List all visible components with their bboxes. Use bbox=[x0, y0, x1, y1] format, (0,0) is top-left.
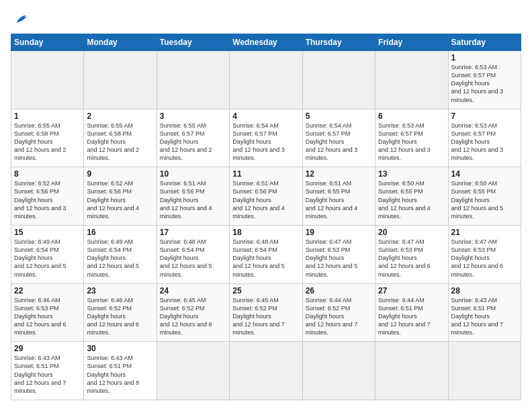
calendar-cell: 26 Sunrise: 6:44 AMSunset: 6:52 PMDaylig… bbox=[302, 283, 375, 342]
calendar-cell: 3 Sunrise: 6:55 AMSunset: 6:57 PMDayligh… bbox=[157, 109, 229, 167]
day-number: 15 bbox=[14, 228, 81, 237]
calendar-cell: 21 Sunrise: 6:47 AMSunset: 6:53 PMDaylig… bbox=[448, 225, 521, 283]
calendar-header-monday: Monday bbox=[84, 34, 157, 51]
day-number: 24 bbox=[160, 286, 226, 295]
day-number: 1 bbox=[14, 111, 81, 121]
day-detail: Sunrise: 6:53 AMSunset: 6:57 PMDaylight … bbox=[378, 122, 431, 162]
day-detail: Sunrise: 6:54 AMSunset: 6:57 PMDaylight … bbox=[232, 122, 285, 162]
calendar-cell: 6 Sunrise: 6:53 AMSunset: 6:57 PMDayligh… bbox=[375, 109, 448, 167]
calendar-cell bbox=[11, 51, 84, 109]
day-detail: Sunrise: 6:51 AMSunset: 6:55 PMDaylight … bbox=[306, 180, 358, 220]
calendar-header-sunday: Sunday bbox=[11, 34, 84, 51]
day-number: 28 bbox=[451, 286, 518, 295]
calendar-cell: 20 Sunrise: 6:47 AMSunset: 6:53 PMDaylig… bbox=[375, 225, 448, 283]
calendar-header-row: SundayMondayTuesdayWednesdayThursdayFrid… bbox=[11, 34, 521, 51]
day-detail: Sunrise: 6:47 AMSunset: 6:53 PMDaylight … bbox=[378, 238, 431, 278]
calendar-cell: 9 Sunrise: 6:52 AMSunset: 6:56 PMDayligh… bbox=[84, 167, 157, 226]
calendar-cell: 17 Sunrise: 6:48 AMSunset: 6:54 PMDaylig… bbox=[157, 225, 229, 283]
calendar-cell: 30 Sunrise: 6:43 AMSunset: 6:51 PMDaylig… bbox=[84, 342, 157, 400]
calendar-cell: 23 Sunrise: 6:46 AMSunset: 6:52 PMDaylig… bbox=[84, 283, 157, 342]
day-detail: Sunrise: 6:45 AMSunset: 6:52 PMDaylight … bbox=[232, 297, 285, 336]
calendar-cell: 2 Sunrise: 6:55 AMSunset: 6:58 PMDayligh… bbox=[84, 109, 157, 167]
day-number: 8 bbox=[14, 169, 81, 179]
day-detail: Sunrise: 6:43 AMSunset: 6:51 PMDaylight … bbox=[87, 355, 139, 394]
calendar-cell: 7 Sunrise: 6:53 AMSunset: 6:57 PMDayligh… bbox=[448, 109, 521, 167]
calendar-header-thursday: Thursday bbox=[302, 34, 375, 51]
calendar-week-row: 22 Sunrise: 6:46 AMSunset: 6:53 PMDaylig… bbox=[11, 283, 521, 342]
calendar-week-row: 29 Sunrise: 6:43 AMSunset: 6:51 PMDaylig… bbox=[11, 342, 521, 400]
day-detail: Sunrise: 6:54 AMSunset: 6:57 PMDaylight … bbox=[306, 122, 358, 162]
day-number: 13 bbox=[378, 169, 445, 179]
day-number: 4 bbox=[232, 111, 299, 121]
day-number: 9 bbox=[87, 169, 153, 179]
calendar-cell bbox=[302, 51, 375, 109]
day-number: 17 bbox=[160, 228, 226, 237]
calendar-cell: 29 Sunrise: 6:43 AMSunset: 6:51 PMDaylig… bbox=[11, 342, 84, 400]
calendar-cell: 19 Sunrise: 6:47 AMSunset: 6:53 PMDaylig… bbox=[302, 225, 375, 283]
calendar-cell bbox=[302, 342, 375, 400]
calendar-cell bbox=[448, 342, 521, 400]
calendar-cell: 1 Sunrise: 6:53 AMSunset: 6:57 PMDayligh… bbox=[448, 51, 521, 109]
calendar-cell: 10 Sunrise: 6:51 AMSunset: 6:56 PMDaylig… bbox=[157, 167, 229, 226]
day-detail: Sunrise: 6:47 AMSunset: 6:53 PMDaylight … bbox=[306, 238, 358, 278]
calendar-cell bbox=[375, 342, 448, 400]
calendar-cell: 4 Sunrise: 6:54 AMSunset: 6:57 PMDayligh… bbox=[230, 109, 302, 167]
calendar-cell: 11 Sunrise: 6:51 AMSunset: 6:56 PMDaylig… bbox=[230, 167, 302, 226]
day-number: 18 bbox=[232, 228, 299, 237]
day-detail: Sunrise: 6:53 AMSunset: 6:57 PMDaylight … bbox=[451, 64, 504, 103]
day-number: 11 bbox=[232, 169, 299, 179]
calendar-cell bbox=[230, 51, 302, 109]
calendar-cell bbox=[230, 342, 302, 400]
day-detail: Sunrise: 6:50 AMSunset: 6:55 PMDaylight … bbox=[378, 180, 431, 220]
day-detail: Sunrise: 6:45 AMSunset: 6:52 PMDaylight … bbox=[160, 297, 212, 336]
day-number: 22 bbox=[14, 286, 81, 295]
calendar-cell: 28 Sunrise: 6:43 AMSunset: 6:51 PMDaylig… bbox=[448, 283, 521, 342]
calendar-cell: 25 Sunrise: 6:45 AMSunset: 6:52 PMDaylig… bbox=[230, 283, 302, 342]
day-number: 14 bbox=[451, 169, 518, 179]
day-detail: Sunrise: 6:52 AMSunset: 6:56 PMDaylight … bbox=[87, 180, 139, 220]
calendar-week-row: 1 Sunrise: 6:53 AMSunset: 6:57 PMDayligh… bbox=[11, 51, 521, 109]
calendar-week-row: 8 Sunrise: 6:52 AMSunset: 6:56 PMDayligh… bbox=[11, 167, 521, 226]
page-header bbox=[11, 11, 521, 27]
logo bbox=[11, 11, 28, 27]
calendar-cell bbox=[157, 51, 229, 109]
day-number: 27 bbox=[378, 286, 445, 295]
day-number: 29 bbox=[14, 344, 81, 353]
day-detail: Sunrise: 6:43 AMSunset: 6:51 PMDaylight … bbox=[14, 355, 66, 394]
day-number: 10 bbox=[160, 169, 226, 179]
calendar-cell: 27 Sunrise: 6:44 AMSunset: 6:51 PMDaylig… bbox=[375, 283, 448, 342]
day-number: 7 bbox=[451, 111, 518, 121]
day-detail: Sunrise: 6:48 AMSunset: 6:54 PMDaylight … bbox=[232, 238, 285, 278]
calendar-cell: 24 Sunrise: 6:45 AMSunset: 6:52 PMDaylig… bbox=[157, 283, 229, 342]
day-number: 5 bbox=[306, 111, 372, 121]
day-detail: Sunrise: 6:55 AMSunset: 6:58 PMDaylight … bbox=[14, 122, 66, 162]
day-detail: Sunrise: 6:51 AMSunset: 6:56 PMDaylight … bbox=[232, 180, 285, 220]
day-number: 16 bbox=[87, 228, 153, 237]
day-number: 30 bbox=[87, 344, 153, 353]
calendar-cell: 13 Sunrise: 6:50 AMSunset: 6:55 PMDaylig… bbox=[375, 167, 448, 226]
calendar-cell: 12 Sunrise: 6:51 AMSunset: 6:55 PMDaylig… bbox=[302, 167, 375, 226]
day-number: 2 bbox=[87, 111, 153, 121]
day-detail: Sunrise: 6:49 AMSunset: 6:54 PMDaylight … bbox=[87, 238, 139, 278]
day-detail: Sunrise: 6:48 AMSunset: 6:54 PMDaylight … bbox=[160, 238, 212, 278]
calendar-header-tuesday: Tuesday bbox=[157, 34, 229, 51]
calendar-cell: 14 Sunrise: 6:50 AMSunset: 6:55 PMDaylig… bbox=[448, 167, 521, 226]
day-detail: Sunrise: 6:50 AMSunset: 6:55 PMDaylight … bbox=[451, 180, 504, 220]
calendar-cell: 1 Sunrise: 6:55 AMSunset: 6:58 PMDayligh… bbox=[11, 109, 84, 167]
day-detail: Sunrise: 6:52 AMSunset: 6:56 PMDaylight … bbox=[14, 180, 66, 220]
calendar-cell: 8 Sunrise: 6:52 AMSunset: 6:56 PMDayligh… bbox=[11, 167, 84, 226]
day-detail: Sunrise: 6:44 AMSunset: 6:51 PMDaylight … bbox=[378, 297, 431, 336]
day-detail: Sunrise: 6:53 AMSunset: 6:57 PMDaylight … bbox=[451, 122, 504, 162]
day-detail: Sunrise: 6:46 AMSunset: 6:53 PMDaylight … bbox=[14, 297, 66, 336]
calendar-table: SundayMondayTuesdayWednesdayThursdayFrid… bbox=[11, 34, 521, 400]
calendar-header-wednesday: Wednesday bbox=[230, 34, 302, 51]
day-detail: Sunrise: 6:47 AMSunset: 6:53 PMDaylight … bbox=[451, 238, 504, 278]
calendar-cell: 16 Sunrise: 6:49 AMSunset: 6:54 PMDaylig… bbox=[84, 225, 157, 283]
calendar-header-friday: Friday bbox=[375, 34, 448, 51]
day-detail: Sunrise: 6:55 AMSunset: 6:58 PMDaylight … bbox=[87, 122, 139, 162]
calendar-cell bbox=[84, 51, 157, 109]
calendar-cell bbox=[375, 51, 448, 109]
day-number: 26 bbox=[306, 286, 372, 295]
day-number: 1 bbox=[451, 53, 518, 62]
day-number: 23 bbox=[87, 286, 153, 295]
